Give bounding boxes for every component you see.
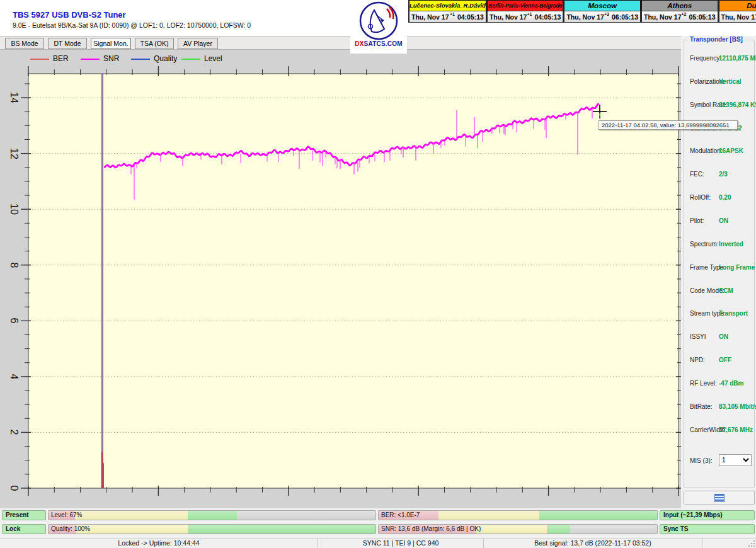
transponder-label: RF Level:	[690, 380, 717, 387]
logo-text: DXSATCS.COM	[350, 40, 407, 47]
status-sync-counts: SYNC 11 | TEI 9 | CC 940	[318, 539, 484, 548]
tuner-settings-text: 9.0E - Eutelsat 9B/Ka-Sat 9A (ID: 0090) …	[13, 21, 251, 29]
transponder-label: NPD:	[690, 357, 705, 363]
y-tick-label: 6	[8, 318, 20, 324]
transponder-row: NPD:OFF	[684, 357, 755, 365]
tab-av-player[interactable]: AV Player	[178, 38, 218, 49]
transponder-row: Spectrum:Inverted	[684, 241, 755, 249]
transponder-row: Symbol Rate:31396,874 KS/s	[684, 101, 755, 110]
status-uptime: Locked -> Uptime: 10:44:44	[0, 539, 318, 548]
signal-bar: Quality: 100%	[48, 524, 376, 534]
transponder-row: FEC:2/3	[684, 171, 755, 180]
clock-name: Athens	[641, 0, 718, 11]
y-tick-label: 10	[8, 203, 20, 215]
clock-time: Thu, Nov 17+306:05:13	[564, 11, 641, 23]
clock-moscow: Moscow Thu, Nov 17+306:05:13	[563, 0, 641, 23]
y-tick-label: 8	[8, 262, 20, 268]
resize-grip[interactable]	[748, 540, 755, 547]
transponder-value: Long Frame	[719, 264, 755, 271]
signal-bar: Level: 67%	[48, 510, 376, 520]
bar-label: Level: 67%	[51, 511, 82, 518]
mis-select[interactable]: 1	[719, 454, 752, 466]
transponder-value: 2/3	[719, 171, 728, 178]
signal-status-bars: PresentLevel: 67%BER: <1.0E-7Input (~21,…	[0, 508, 756, 538]
chart-plot[interactable]	[0, 50, 681, 508]
transponder-row: BitRate:83,105 Mbit/s	[684, 403, 755, 412]
status-pill: Present	[2, 510, 46, 520]
mis-label: MIS (3):	[690, 457, 713, 464]
bar-segment-green	[547, 525, 570, 534]
transponder-value: 0.20	[719, 194, 731, 201]
clock-time: Thu, Nov 17+104:05:13	[409, 11, 486, 23]
bar-segment-gray	[237, 511, 375, 520]
tab-bs-mode[interactable]: BS Mode	[5, 38, 44, 49]
transponder-value: Vertical	[719, 78, 742, 85]
bar-label: Quality: 100%	[51, 525, 90, 532]
bar-segment-green	[539, 511, 657, 520]
signal-bar: SNR: 13,6 dB (Margin: 6,6 dB | OK)	[378, 524, 658, 534]
transponder-row: Code Mode:CCM	[684, 287, 755, 296]
transponder-value: Inverted	[719, 241, 743, 248]
tab-bar: BS Mode DT Mode Signal Mon. TSA (OK) AV …	[0, 36, 681, 50]
bar-segment-green	[188, 525, 375, 534]
status-pill: Input (~21,39 Mbps)	[660, 510, 755, 520]
transponder-label: BitRate:	[690, 403, 713, 410]
y-tick-label: 0	[8, 486, 20, 491]
transponder-label: Frequency:	[690, 55, 721, 62]
status-pill: Lock	[2, 524, 46, 534]
transponder-value: 16APSK	[719, 147, 743, 154]
clock-name: Dubai	[719, 0, 756, 11]
bar-segment-yellow	[75, 511, 188, 520]
satellite-dish-icon	[359, 1, 398, 40]
clock-time: Thu, Nov 17+205:05:13	[641, 11, 718, 23]
clock-name: Berlin-Paris-Vienna-Belgrade	[487, 0, 564, 11]
transponder-panel: Transponder [BS] Frequency:12110,875 MHz…	[681, 36, 756, 508]
bar-label: BER: <1.0E-7	[381, 511, 420, 518]
world-clocks: Lučenec-Slovakia_R.Dávid Thu, Nov 17+104…	[408, 0, 756, 23]
transponder-row: Frequency:12110,875 MHz	[684, 55, 755, 64]
bar-segment-gray	[570, 525, 657, 534]
tab-dt-mode[interactable]: DT Mode	[48, 38, 87, 49]
transponder-label: RollOff:	[690, 194, 711, 201]
transponder-row: RF Level:-47 dBm	[684, 380, 755, 389]
clock-berlin: Berlin-Paris-Vienna-Belgrade Thu, Nov 17…	[486, 0, 564, 23]
tab-tsa[interactable]: TSA (OK)	[135, 38, 174, 49]
transponder-label: Spectrum:	[690, 241, 719, 248]
y-tick-label: 4	[8, 374, 20, 379]
transponder-label: ISSYI	[690, 333, 706, 340]
clock-time: Thu, Nov 17+407:05:13	[719, 11, 756, 23]
bar-segment-yellow	[476, 525, 547, 534]
groupbox-title: Transponder [BS]	[688, 36, 745, 43]
clock-name: Moscow	[564, 0, 641, 11]
clock-time: Thu, Nov 17+104:05:13	[487, 11, 564, 23]
transponder-row: Pilot:ON	[684, 217, 755, 226]
clock-dubai: Dubai Thu, Nov 17+407:05:13	[718, 0, 756, 23]
bar-label: SNR: 13,6 dB (Margin: 6,6 dB | OK)	[381, 525, 481, 532]
signal-bar: BER: <1.0E-7	[378, 510, 658, 520]
bar-segment-green	[188, 511, 237, 520]
dxsatcs-logo: DXSATCS.COM	[350, 0, 407, 54]
transponder-row: RollOff:0.20	[684, 194, 755, 203]
status-bar: Locked -> Uptime: 10:44:44 SYNC 11 | TEI…	[0, 538, 756, 548]
transponder-value: OFF	[719, 357, 731, 363]
status-best-signal: Best signal: 13,7 dB (2022-11-17 03:52)	[484, 539, 702, 548]
transponder-value: 37,676 MHz	[719, 426, 753, 433]
transponder-row: Polarization:Vertical	[684, 78, 755, 87]
list-icon	[714, 494, 724, 502]
transponder-value: ON	[719, 333, 728, 340]
bar-segment-yellow	[438, 511, 539, 520]
tab-signal-mon[interactable]: Signal Mon.	[91, 38, 131, 49]
transponder-row: Modulation:16APSK	[684, 147, 755, 156]
y-tick-label: 14	[8, 92, 20, 103]
y-tick-label: 2	[8, 430, 20, 435]
transponder-value: 83,105 Mbit/s	[719, 403, 756, 410]
clock-name: Lučenec-Slovakia_R.Dávid	[409, 0, 486, 11]
bar-segment-yellow	[76, 525, 188, 534]
transponder-value: 12110,875 MHz	[719, 55, 756, 62]
app-title: TBS 5927 USB DVB-S2 Tuner	[13, 10, 126, 20]
stream-list-button[interactable]	[684, 491, 755, 505]
transponder-row: Stream type:Transport	[684, 310, 755, 319]
status-pill: Sync TS	[660, 524, 755, 534]
transponder-value: 31396,874 KS/s	[719, 101, 756, 108]
signal-chart[interactable]: BER SNR Quality Level 02468101214	[0, 50, 681, 508]
